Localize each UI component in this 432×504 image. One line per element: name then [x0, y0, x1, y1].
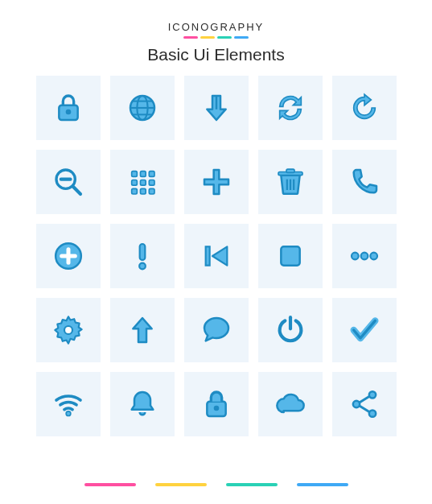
svg-rect-16	[131, 188, 137, 194]
power-icon	[258, 298, 323, 362]
page-title: Basic Ui Elements	[147, 45, 284, 64]
lock-icon	[36, 76, 101, 140]
wifi-icon	[36, 372, 101, 436]
brand-accent-bars	[183, 36, 249, 39]
svg-rect-17	[140, 188, 146, 194]
svg-rect-29	[205, 246, 209, 265]
exclamation-icon	[110, 224, 175, 288]
svg-point-33	[370, 253, 377, 260]
brand-label: ICONOGRAPHY	[168, 21, 265, 33]
svg-rect-27	[139, 244, 145, 260]
trash-icon	[258, 150, 323, 214]
svg-point-34	[64, 326, 72, 334]
svg-point-28	[139, 263, 146, 270]
check-icon	[332, 298, 397, 362]
skip-back-icon	[184, 224, 249, 288]
chat-icon	[184, 298, 249, 362]
plus-icon	[184, 150, 249, 214]
footer-bar	[84, 483, 136, 486]
icon-grid	[36, 76, 397, 436]
more-horizontal-icon	[332, 224, 397, 288]
cloud-icon	[258, 372, 323, 436]
stop-icon	[258, 224, 323, 288]
svg-rect-15	[149, 180, 154, 186]
svg-line-42	[359, 396, 369, 403]
brand-bar	[183, 36, 198, 39]
arrow-up-solid-icon	[110, 298, 175, 362]
arrow-down-icon	[184, 76, 249, 140]
footer-bar	[226, 483, 278, 486]
share-icon	[332, 372, 397, 436]
refresh-icon	[258, 76, 323, 140]
svg-rect-14	[140, 180, 146, 186]
svg-rect-20	[286, 169, 294, 172]
svg-rect-13	[131, 180, 137, 186]
svg-rect-18	[149, 188, 154, 194]
svg-point-1	[66, 110, 70, 114]
svg-point-36	[66, 411, 71, 416]
gear-icon	[36, 298, 101, 362]
phone-icon	[332, 150, 397, 214]
grid-icon	[110, 150, 175, 214]
svg-rect-11	[140, 171, 146, 177]
svg-rect-10	[131, 171, 137, 177]
brand-bar	[234, 36, 249, 39]
plus-circle-icon	[36, 224, 101, 288]
lock-solid-icon	[184, 372, 249, 436]
svg-rect-30	[281, 246, 299, 265]
svg-point-38	[214, 407, 218, 411]
globe-icon	[110, 76, 175, 140]
reload-icon	[332, 76, 397, 140]
footer-bar	[155, 483, 207, 486]
svg-line-43	[359, 406, 369, 412]
brand-bar	[217, 36, 232, 39]
svg-rect-12	[149, 171, 154, 177]
zoom-out-icon	[36, 150, 101, 214]
bell-icon	[110, 372, 175, 436]
svg-line-8	[72, 187, 80, 194]
brand-bar	[200, 36, 215, 39]
footer-accent-bars	[84, 483, 348, 486]
footer-bar	[297, 483, 348, 486]
svg-point-31	[352, 253, 359, 260]
svg-point-32	[360, 253, 368, 260]
